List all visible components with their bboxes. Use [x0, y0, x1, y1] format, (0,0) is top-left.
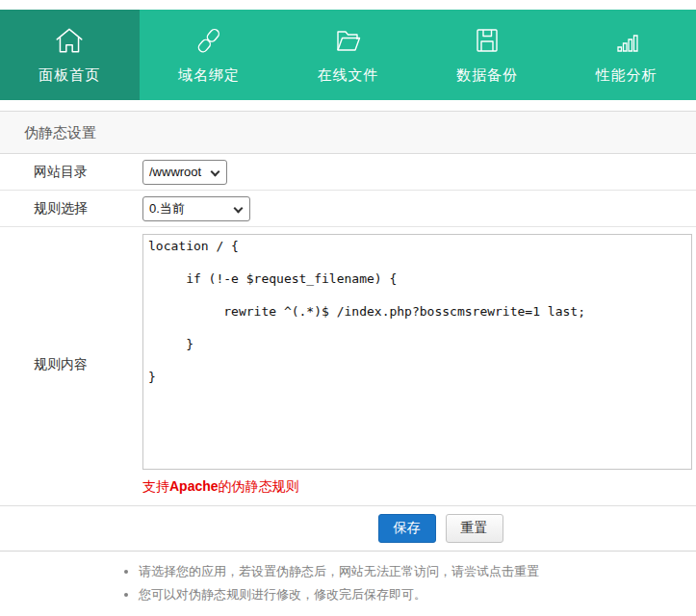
panel-title: 伪静态设置	[0, 112, 696, 154]
rule-select[interactable]: 0.当前	[142, 196, 250, 221]
nav-tab-label: 在线文件	[317, 66, 378, 85]
link-icon	[193, 25, 225, 56]
nav-tab-label: 面板首页	[39, 66, 100, 85]
save-button[interactable]: 保存	[378, 514, 436, 543]
notes-section: 请选择您的应用，若设置伪静态后，网站无法正常访问，请尝试点击重置 您可以对伪静态…	[0, 552, 696, 603]
site-directory-row: 网站目录 /wwwroot	[0, 154, 696, 191]
nav-tab-label: 性能分析	[596, 66, 657, 85]
nav-tab-label: 数据备份	[456, 66, 518, 85]
rule-select-row: 规则选择 0.当前	[0, 191, 696, 227]
folder-icon	[331, 25, 364, 56]
home-icon	[53, 25, 86, 56]
reset-button[interactable]: 重置	[446, 514, 503, 543]
nav-tab-panel-home[interactable]: 面板首页	[0, 10, 140, 100]
rule-content-row: 规则内容 location / { if (!-e $request_filen…	[0, 227, 696, 506]
site-directory-select-wrap: /wwwroot	[142, 160, 227, 185]
site-directory-label: 网站目录	[0, 164, 142, 181]
apache-hint-text: 支持Apache的伪静态规则	[142, 478, 696, 496]
nav-tab-performance[interactable]: 性能分析	[556, 10, 696, 100]
rule-select-wrap: 0.当前	[142, 196, 250, 221]
rule-content-col: location / { if (!-e $request_filename) …	[142, 234, 696, 496]
pseudo-static-panel: 伪静态设置 网站目录 /wwwroot 规则选择 0.当前 规则内容 locat…	[0, 111, 696, 603]
nav-tab-online-files[interactable]: 在线文件	[278, 10, 418, 100]
nav-tab-label: 域名绑定	[178, 66, 240, 85]
rule-content-label: 规则内容	[0, 356, 142, 373]
note-item: 您可以对伪静态规则进行修改，修改完后保存即可。	[139, 586, 696, 603]
top-nav: 面板首页 域名绑定 在线文件	[0, 10, 696, 100]
site-directory-select[interactable]: /wwwroot	[142, 160, 227, 185]
nav-tab-domain-binding[interactable]: 域名绑定	[140, 10, 279, 100]
rule-content-textarea[interactable]: location / { if (!-e $request_filename) …	[142, 234, 692, 470]
save-icon	[471, 25, 503, 56]
note-item: 请选择您的应用，若设置伪静态后，网站无法正常访问，请尝试点击重置	[139, 563, 696, 579]
rule-select-label: 规则选择	[0, 200, 142, 218]
chart-icon	[610, 25, 643, 56]
buttons-row: 保存 重置	[0, 506, 696, 552]
nav-tab-data-backup[interactable]: 数据备份	[418, 10, 557, 100]
